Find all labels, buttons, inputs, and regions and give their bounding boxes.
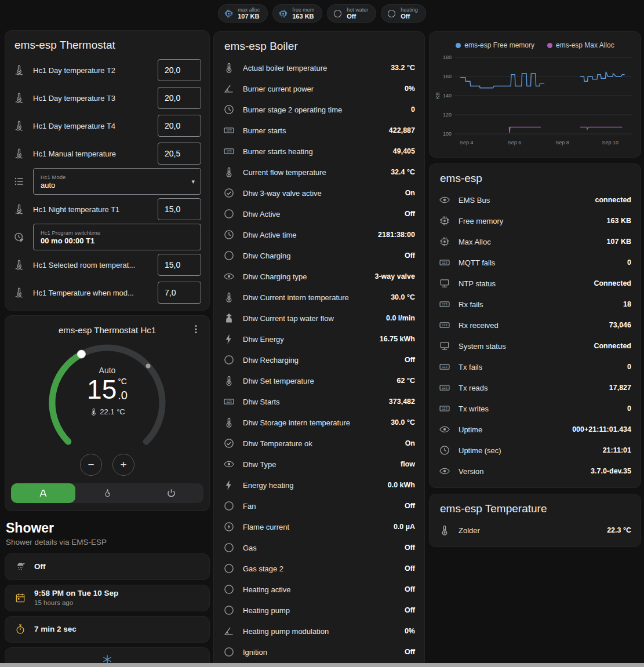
entity-row[interactable]: System status Connected [439,336,631,356]
auto-mode-button[interactable] [11,483,75,503]
entity-row[interactable]: Burner stage 2 operating time 0 [223,99,415,120]
entity-row[interactable]: MQTT fails 0 [439,252,631,273]
entity-row[interactable]: Gas stage 2 Off [223,558,415,579]
entity-row[interactable]: Heating pump modulation 0% [223,621,415,642]
legend-item[interactable]: ems-esp Max Alloc [547,41,614,49]
entity-row[interactable]: NTP status Connected [439,273,631,294]
badge-chip[interactable]: max alloc 107 KB [218,4,268,23]
increase-temperature-button[interactable]: + [112,454,134,476]
memory-chart[interactable]: 100120140160180Sep 4Sep 6Sep 8Sep 10KB [434,52,636,149]
shower-item-card[interactable]: 7 min 2 sec [5,616,210,643]
entity-row[interactable]: Tx writes 0 [439,398,631,419]
entity-row[interactable]: Heating pump Off [223,600,415,621]
legend-dot [547,43,552,48]
number-input[interactable]: 20,5 [158,143,201,165]
entity-icon [223,354,235,366]
entity-row[interactable]: Dhw Energy 16.75 kWh [223,329,415,349]
chip-label: free mem [292,7,314,13]
number-input[interactable]: 20,0 [158,59,201,81]
entity-row[interactable]: Uptime 000+21:11:01.434 [439,419,631,440]
entity-value: Off [405,648,415,656]
chevron-down-icon: ▾ [191,178,195,185]
more-options-icon[interactable] [190,323,202,336]
thermostat-dial[interactable]: Auto 15 °C .0 22.1 °C [32,339,183,453]
legend-item[interactable]: ems-esp Free memory [456,41,534,49]
entity-row[interactable]: Flame current 0.0 µA [223,516,415,537]
shower-item-card[interactable]: Off [5,553,210,580]
entity-row[interactable]: Uptime (sec) 21:11:01 [439,440,631,461]
entity-label: Burner stage 2 operating time [243,105,403,114]
entity-value: 30.0 °C [391,293,415,301]
entity-label: EMS Bus [459,196,587,205]
entity-row[interactable]: Tx fails 0 [439,356,631,377]
entity-row[interactable]: Dhw Charging Off [223,245,415,266]
entity-row[interactable]: Fan Off [223,495,415,516]
entity-row[interactable]: EMS Bus connected [439,189,631,210]
entity-label: Hc1 Temperature when mod... [33,289,150,297]
svg-text:120: 120 [443,112,452,118]
entity-row[interactable]: Dhw 3-way valve active On [223,183,415,203]
entity-row[interactable]: Dhw Storage intern temperature 30.0 °C [223,412,415,433]
number-input[interactable]: 20,0 [158,115,201,137]
entity-row[interactable]: Dhw Type flow [223,454,415,475]
entity-row[interactable]: Dhw Active Off [223,203,415,224]
badge-chip[interactable]: free mem 163 KB [272,4,322,23]
entity-row[interactable]: Ignition Off [223,642,415,662]
entity-icon [223,62,235,74]
hvac-action-label: Auto [99,366,116,375]
select-input[interactable]: Hc1 Mode auto ▾ [33,168,201,195]
entity-row[interactable]: Dhw Current intern temperature 30.0 °C [223,287,415,308]
entity-row[interactable]: Rx fails 18 [439,294,631,315]
entity-row[interactable]: Tx reads 17,827 [439,377,631,398]
entity-row[interactable]: Version 3.7.0-dev.35 [439,461,631,482]
entity-row[interactable]: Zolder 22.3 °C [439,520,631,541]
number-input[interactable]: 7,0 [158,282,201,304]
entity-row[interactable]: Dhw Charging type 3-way valve [223,266,415,287]
shower-item-card[interactable]: 9:58 PM on Tue 10 Sep 15 hours ago [5,585,210,611]
entity-label: Energy heating [243,481,380,490]
entity-value: Off [405,210,415,218]
number-input[interactable]: 15,0 [158,254,201,276]
entity-row[interactable]: Dhw Current tap water flow 0.0 l/min [223,308,415,329]
thermostat-row: Hc1 Manual temperature 20,5 20,5 ▾ [13,140,201,167]
entity-row[interactable]: Energy heating 0.0 kWh [223,475,415,495]
entity-row[interactable]: Burner current power 0% [223,78,415,99]
entity-label: Current flow temperature [243,168,383,177]
entity-row[interactable]: Dhw Set temperature 62 °C [223,370,415,391]
entity-icon [223,229,235,240]
entity-row[interactable]: Rx received 73,046 [439,315,631,336]
entity-icon [223,625,235,637]
heat-mode-button[interactable] [75,483,140,503]
thermostat-row: Hc1 Selected room temperat... 15,0 15,0 … [13,251,201,279]
entity-row[interactable]: Burner starts 422,887 [223,120,415,141]
badge-chip[interactable]: heating Off [381,4,426,23]
entity-label: Dhw Recharging [243,356,396,365]
entity-label: Dhw Temperature ok [243,439,397,448]
entity-row[interactable]: Gas Off [223,537,415,558]
decrease-temperature-button[interactable]: − [80,454,102,476]
entity-row[interactable]: Burner starts heating 49,405 [223,141,415,162]
entity-row[interactable]: Heating active Off [223,579,415,600]
entity-row[interactable]: Dhw Recharging Off [223,349,415,370]
entity-row[interactable]: Dhw Temperature ok On [223,433,415,454]
entity-icon [439,215,450,227]
entity-label: Burner starts [243,126,381,135]
entity-value: 32.4 °C [391,168,415,176]
badge-chip[interactable]: hot water Off [327,4,376,23]
entity-row[interactable]: Free memory 163 KB [439,210,631,231]
entity-row[interactable]: Current flow temperature 32.4 °C [223,162,415,183]
entity-row[interactable]: Actual boiler temperature 33.2 °C [223,57,415,78]
number-input[interactable]: 15,0 [158,198,201,220]
thermostat-row: Hc1 Temperature when mod... 7,0 7,0 ▾ [13,279,201,307]
entity-row[interactable]: Max Alloc 107 KB [439,231,631,252]
horizontal-scrollbar[interactable] [0,663,644,667]
entity-row[interactable]: Dhw Starts 373,482 [223,391,415,412]
entity-row[interactable]: Dhw Active time 2181:38:00 [223,224,415,245]
select-input[interactable]: Hc1 Program switchtime 00 mo 00:00 T1 ▾ [33,224,201,250]
number-input[interactable]: 20,0 [158,87,201,109]
entity-value: Off [405,502,415,510]
temperature-rows: Zolder 22.3 °C [439,520,631,541]
entity-value: 30.0 °C [391,418,415,427]
entity-value: Off [405,356,415,364]
off-mode-button[interactable] [139,483,203,503]
